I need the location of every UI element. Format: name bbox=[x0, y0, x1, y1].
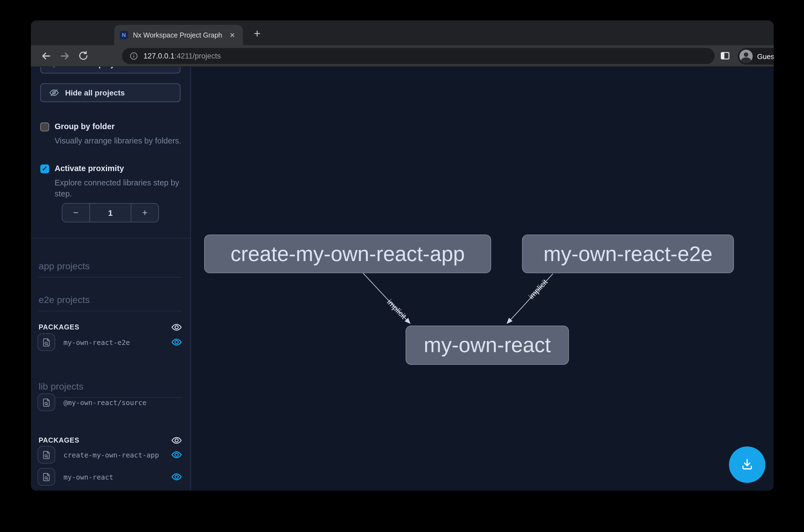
project-eye-button[interactable] bbox=[171, 337, 182, 348]
hide-all-projects-label: Hide all projects bbox=[65, 88, 125, 97]
tab-title: Nx Workspace Project Graph bbox=[133, 31, 227, 39]
show-all-projects-label: Show all projects bbox=[65, 67, 129, 69]
file-search-icon bbox=[42, 398, 51, 407]
project-name: @my-own-react/source bbox=[63, 398, 182, 406]
nx-favicon-icon: N bbox=[120, 31, 128, 39]
url-path: :4211/projects bbox=[175, 52, 221, 60]
edge-label: implicit bbox=[527, 278, 549, 301]
activate-proximity-option: ✓ Activate proximity bbox=[40, 164, 124, 173]
back-button[interactable] bbox=[38, 48, 54, 64]
project-row-my-own-react-source: @my-own-react/source bbox=[38, 394, 182, 411]
focus-project-button[interactable] bbox=[38, 333, 55, 351]
browser-window: N Nx Workspace Project Graph ✕ + 127.0 bbox=[31, 20, 774, 491]
side-panel-icon bbox=[720, 51, 730, 61]
eye-off-icon bbox=[49, 88, 59, 98]
packages-header: PACKAGES bbox=[39, 322, 182, 333]
screen: N Nx Workspace Project Graph ✕ + 127.0 bbox=[0, 0, 804, 532]
packages-eye-button[interactable] bbox=[171, 435, 182, 446]
project-name: create-my-own-react-app bbox=[63, 451, 171, 459]
file-search-icon bbox=[42, 338, 51, 347]
forward-button[interactable] bbox=[56, 48, 73, 64]
group-by-folder-label: Group by folder bbox=[55, 122, 115, 131]
app-content: Show all projects Hide all projects Grou… bbox=[31, 67, 774, 491]
group-by-folder-description: Visually arrange libraries by folders. bbox=[55, 135, 190, 146]
activate-proximity-description: Explore connected libraries step by step… bbox=[55, 177, 190, 199]
project-eye-button[interactable] bbox=[171, 449, 182, 460]
url-host: 127.0.0.1 bbox=[143, 52, 175, 60]
decrement-button[interactable]: − bbox=[62, 204, 90, 222]
group-by-folder-option: Group by folder bbox=[40, 122, 115, 131]
hide-all-projects-button[interactable]: Hide all projects bbox=[40, 83, 180, 102]
graph-node-create-my-own-react-app[interactable]: create-my-own-react-app bbox=[204, 234, 491, 273]
project-name: my-own-react-e2e bbox=[63, 338, 171, 346]
project-name: my-own-react bbox=[63, 473, 171, 481]
graph-canvas[interactable]: implicit implicit create-my-own-react-ap… bbox=[190, 67, 774, 491]
profile-label: Guest bbox=[757, 52, 774, 60]
download-image-button[interactable] bbox=[729, 446, 765, 483]
download-icon bbox=[740, 457, 755, 472]
file-search-icon bbox=[42, 450, 51, 459]
project-row-create-my-own-react-app: create-my-own-react-app bbox=[38, 446, 182, 463]
focus-project-button[interactable] bbox=[38, 468, 55, 486]
show-all-projects-button[interactable]: Show all projects bbox=[40, 67, 180, 73]
eye-icon bbox=[49, 67, 59, 69]
section-header-app-projects: app projects bbox=[39, 261, 182, 278]
reload-button[interactable] bbox=[75, 48, 92, 64]
stepper-value: 1 bbox=[90, 204, 131, 222]
activate-proximity-checkbox[interactable]: ✓ bbox=[40, 165, 49, 173]
section-header-e2e-projects: e2e projects bbox=[39, 295, 182, 311]
proximity-stepper: − 1 + bbox=[62, 203, 159, 223]
address-bar[interactable]: 127.0.0.1:4211/projects bbox=[122, 48, 714, 64]
project-eye-button[interactable] bbox=[171, 471, 182, 482]
project-row-my-own-react-e2e: my-own-react-e2e bbox=[38, 333, 182, 351]
group-by-folder-checkbox[interactable] bbox=[40, 122, 49, 131]
url-text: 127.0.0.1:4211/projects bbox=[143, 52, 221, 60]
increment-button[interactable]: + bbox=[131, 204, 158, 222]
packages-header: PACKAGES bbox=[39, 435, 182, 446]
browser-tab[interactable]: N Nx Workspace Project Graph ✕ bbox=[114, 25, 243, 45]
profile-button[interactable]: Guest bbox=[738, 48, 774, 64]
tab-close-icon[interactable]: ✕ bbox=[227, 30, 237, 40]
graph-node-my-own-react-e2e[interactable]: my-own-react-e2e bbox=[522, 234, 734, 273]
graph-edges: implicit implicit bbox=[191, 67, 774, 491]
packages-header-label: PACKAGES bbox=[39, 437, 79, 444]
sidebar-divider bbox=[31, 238, 190, 239]
activate-proximity-label: Activate proximity bbox=[55, 164, 124, 173]
sidebar: Show all projects Hide all projects Grou… bbox=[31, 67, 190, 491]
project-row-my-own-react: my-own-react bbox=[38, 468, 182, 486]
new-tab-button[interactable]: + bbox=[249, 26, 265, 41]
graph-node-my-own-react[interactable]: my-own-react bbox=[406, 326, 569, 365]
side-panel-button[interactable] bbox=[720, 51, 730, 63]
site-info-icon[interactable] bbox=[130, 52, 138, 60]
focus-project-button[interactable] bbox=[38, 394, 55, 411]
focus-project-button[interactable] bbox=[38, 446, 55, 463]
packages-header-label: PACKAGES bbox=[39, 323, 79, 331]
tab-strip: N Nx Workspace Project Graph ✕ + bbox=[31, 20, 774, 45]
file-search-icon bbox=[42, 472, 51, 481]
avatar-icon bbox=[740, 50, 753, 63]
browser-toolbar: 127.0.0.1:4211/projects Guest bbox=[31, 45, 774, 67]
edge-label: implicit bbox=[385, 298, 408, 321]
packages-eye-button[interactable] bbox=[171, 322, 182, 333]
